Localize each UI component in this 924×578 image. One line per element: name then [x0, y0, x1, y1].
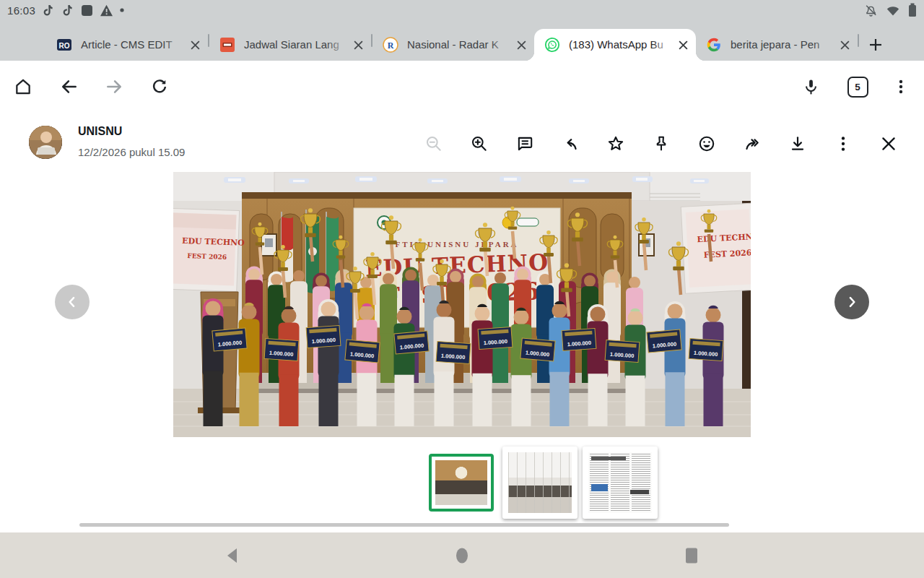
whatsapp-favicon [544, 37, 560, 53]
forward-button[interactable] [97, 61, 131, 113]
thumbnail-image [435, 460, 487, 505]
tab-title: Article - CMS EDIT [81, 38, 173, 51]
close-tab-icon[interactable] [677, 40, 689, 51]
thumbnail-image [508, 452, 572, 513]
next-media-button[interactable] [834, 285, 869, 319]
tab-article-cms[interactable]: RO Article - CMS EDIT [46, 29, 208, 61]
android-home-button[interactable] [440, 532, 484, 578]
android-navigation-bar [0, 532, 924, 578]
tab-radar-nasional[interactable]: R Nasional - Radar K [372, 29, 534, 61]
star-message-icon[interactable] [606, 134, 625, 153]
radar-favicon: R [383, 37, 398, 53]
pin-message-icon[interactable] [652, 134, 671, 153]
notifications-off-icon [864, 4, 878, 17]
back-button[interactable] [52, 61, 87, 113]
tab-title: Nasional - Radar K [407, 38, 499, 51]
thumbnail-scrollbar[interactable] [79, 523, 729, 527]
reply-icon[interactable] [561, 134, 580, 153]
zoom-out-icon [424, 134, 443, 153]
battery-icon [908, 3, 917, 17]
home-button[interactable] [6, 61, 40, 113]
browser-toolbar: web.whatsapp.com 5 [0, 61, 924, 113]
event-photo: FTIK UNISNU JEPARA EDU TECHNO FEST 2026 [173, 172, 751, 437]
tab-jadwal-siaran[interactable]: Jadwal Siaran Lang [209, 29, 371, 61]
tab-title: (183) WhatsApp Bu [569, 38, 663, 51]
voice-search-button[interactable] [793, 61, 828, 113]
close-tab-icon[interactable] [515, 40, 527, 51]
tiktok-notification-icon [42, 4, 55, 17]
thumbnail-newspaper[interactable] [583, 447, 658, 519]
google-favicon [706, 37, 722, 53]
svg-text:RO: RO [59, 42, 70, 50]
wifi-icon [886, 4, 900, 17]
android-recents-button[interactable] [670, 532, 713, 578]
tab-strip: RO Article - CMS EDIT Jadwal Siaran Lang… [0, 20, 924, 61]
tab-whatsapp-active[interactable]: (183) WhatsApp Bu [534, 29, 696, 61]
open-chat-icon[interactable] [515, 134, 534, 153]
reload-button[interactable] [142, 61, 177, 113]
warning-notification-icon [100, 4, 113, 17]
previous-media-button[interactable] [55, 285, 90, 319]
tab-title: Jadwal Siaran Lang [244, 38, 339, 51]
forward-icon[interactable] [743, 134, 762, 153]
close-tab-icon[interactable] [189, 40, 201, 51]
close-viewer-icon[interactable] [879, 134, 898, 153]
sender-name: UNISNU [78, 125, 122, 138]
viewer-menu-icon[interactable] [834, 134, 853, 153]
tab-title: berita jepara - Pen [731, 38, 819, 51]
svg-text:R: R [388, 40, 394, 51]
more-notifications-dot-icon [120, 8, 124, 12]
app-notification-square-icon [81, 4, 93, 17]
cms-favicon: RO [56, 37, 72, 53]
thumbnail-hall-photo[interactable] [502, 447, 578, 519]
tab-switcher-button[interactable]: 5 [843, 61, 872, 113]
close-tab-icon[interactable] [352, 40, 364, 51]
browser-menu-button[interactable] [884, 61, 918, 113]
close-tab-icon[interactable] [839, 40, 850, 51]
emoji-reaction-icon[interactable] [697, 134, 716, 153]
thumbnail-image [588, 452, 652, 513]
viewer-toolbar [424, 134, 898, 153]
sender-avatar[interactable] [29, 126, 62, 159]
thumbnail-selected[interactable] [429, 454, 494, 512]
android-back-button[interactable] [211, 532, 254, 578]
goal-favicon [219, 37, 235, 53]
tab-count-label: 5 [847, 77, 868, 98]
tab-berita-jepara[interactable]: berita jepara - Pen [696, 29, 858, 61]
download-icon[interactable] [788, 134, 807, 153]
new-tab-button[interactable] [859, 29, 892, 61]
status-bar: 16:03 [0, 0, 924, 20]
clock: 16:03 [7, 4, 35, 17]
zoom-in-icon[interactable] [470, 134, 489, 153]
tiktok-notification-icon [61, 4, 74, 17]
message-timestamp: 12/2/2026 pukul 15.09 [78, 146, 185, 158]
android-screen: 16:03 [0, 0, 924, 578]
